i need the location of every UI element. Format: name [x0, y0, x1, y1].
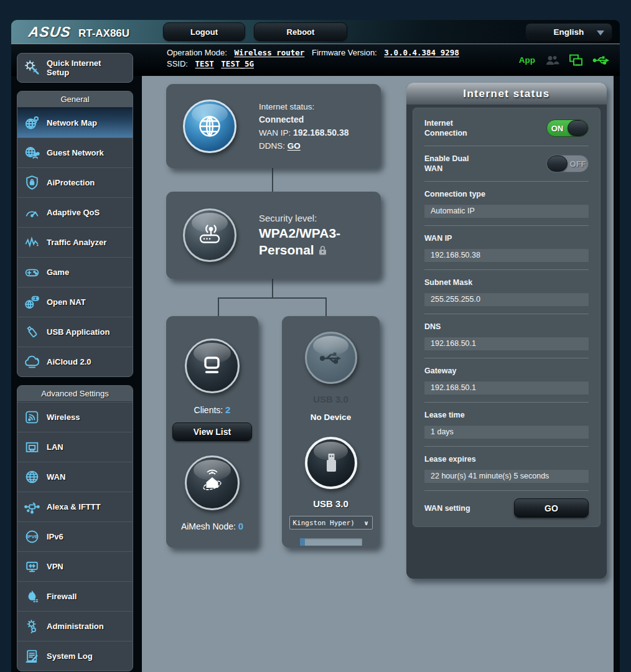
clients-monitor-icon[interactable] — [185, 338, 240, 393]
sidebar-item-label: Traffic Analyzer — [47, 238, 106, 247]
app-window: ASUS RT-AX86U Logout Reboot English Oper… — [11, 20, 620, 672]
sidebar-item-label: Alexa & IFTTT — [47, 502, 101, 511]
connector-line — [272, 168, 273, 192]
sidebar-item-quick-internet-setup[interactable]: Quick InternetSetup — [17, 53, 133, 83]
reboot-button[interactable]: Reboot — [254, 22, 347, 41]
sidebar-item-open-nat[interactable]: Open NAT — [17, 287, 133, 317]
wan-setting-go-button[interactable]: GO — [514, 498, 589, 518]
security-level-label: Security level: — [259, 212, 340, 225]
globe-icon — [183, 100, 236, 153]
toggle-knob — [568, 120, 588, 136]
sidebar-item-firewall[interactable]: Firewall — [17, 581, 133, 611]
gateway-value: 192.168.50.1 — [424, 381, 589, 394]
sidebar-item-game[interactable]: Game — [17, 257, 133, 287]
operation-mode-label: Operation Mode: — [167, 48, 227, 57]
sidebar-item-label: AiProtection — [47, 178, 95, 187]
aimesh-label: AiMesh Node: — [181, 521, 236, 531]
panel-field-label: InternetConnection — [424, 118, 467, 138]
sidebar-group-title: Advanced Settings — [17, 386, 133, 402]
wan-setting-label: WAN setting — [424, 503, 470, 513]
clients-group-icon[interactable] — [545, 54, 559, 67]
panel-divider — [424, 181, 589, 182]
toggle-state-label: ON — [547, 120, 568, 136]
app-link[interactable]: App — [519, 55, 535, 65]
brand: ASUS RT-AX86U — [29, 24, 154, 40]
ssid-link-24g[interactable]: TEST — [195, 59, 214, 68]
usb-port-icon — [305, 332, 357, 384]
clients-count: 2 — [225, 404, 230, 415]
asus-logo: ASUS — [27, 24, 72, 40]
panel-divider — [424, 402, 589, 403]
sidebar-item-label: WAN — [47, 472, 65, 482]
sidebar-item-guest-network[interactable]: Guest Network — [17, 138, 133, 167]
panel-row-internet-connection: InternetConnectionON — [424, 118, 589, 138]
ssid-link-5g[interactable]: TEST_5G — [221, 59, 254, 68]
svg-text:IPV6: IPV6 — [27, 534, 38, 539]
sidebar-item-ipv6[interactable]: IPV6IPv6 — [17, 521, 133, 551]
sidebar-item-adaptive-qos[interactable]: Adaptive QoS — [17, 197, 133, 227]
chevron-down-icon: ∨ — [363, 520, 368, 526]
sidebar-item-label: LAN — [47, 442, 63, 452]
administration-icon — [17, 618, 47, 635]
internet-connection-toggle[interactable]: ON — [546, 119, 589, 137]
usb-port-disabled-label: USB 3.0 — [313, 394, 348, 404]
panel-divider — [424, 446, 589, 447]
sidebar-item-label: Firewall — [47, 592, 77, 601]
screen-mirror-icon[interactable] — [569, 54, 583, 67]
adaptive-qos-icon — [17, 204, 47, 221]
sidebar-item-label: Network Map — [47, 118, 97, 128]
sidebar-item-administration[interactable]: Administration — [17, 611, 133, 641]
connector-line — [272, 279, 273, 297]
view-list-button[interactable]: View List — [172, 422, 252, 441]
sidebar-item-lan[interactable]: LAN — [17, 432, 133, 462]
ddns-go-link[interactable]: GO — [287, 141, 301, 151]
wan-ip-label: WAN IP: — [259, 128, 291, 138]
operation-mode-link[interactable]: Wireless router — [234, 48, 304, 57]
panel-divider — [424, 146, 589, 146]
sidebar-item-network-map[interactable]: Network Map — [17, 108, 133, 138]
sidebar-item-label: IPv6 — [47, 532, 63, 541]
connector-line — [218, 299, 219, 316]
usb-drive-icon[interactable] — [305, 437, 357, 489]
toggle-state-label: OFF — [568, 156, 588, 172]
usb-device-dropdown[interactable]: Kingston Hyper) ∨ — [289, 516, 373, 530]
sidebar-item-label: Administration — [47, 622, 104, 631]
sidebar-item-aicloud-2-0[interactable]: AiCloud 2.0 — [17, 347, 133, 376]
firmware-version-link[interactable]: 3.0.0.4.384_9298 — [384, 48, 459, 57]
panel-divider — [424, 269, 589, 270]
sidebar-item-aiprotection[interactable]: AiProtection — [17, 167, 133, 197]
usb-device-name: Kingston Hyper) — [293, 519, 355, 527]
panel-divider — [424, 490, 589, 491]
sidebar-item-vpn[interactable]: VPN — [17, 551, 133, 581]
language-dropdown[interactable]: English — [525, 23, 612, 41]
firewall-icon — [17, 588, 47, 605]
panel-divider — [424, 225, 589, 226]
sidebar-item-wan[interactable]: WAN — [17, 462, 133, 492]
panel-row-enable-dual-wan: Enable DualWANOFF — [424, 154, 589, 174]
alexa-ifttt-icon — [17, 498, 47, 515]
usb-port-label: USB 3.0 — [313, 498, 348, 509]
usb-usage-fill — [300, 538, 305, 546]
sidebar-item-alexa-ifttt[interactable]: Alexa & IFTTT — [17, 492, 133, 521]
sidebar-item-label: Game — [47, 268, 69, 277]
sidebar-item-system-log[interactable]: System Log — [17, 641, 133, 671]
sidebar-group-title: General — [17, 91, 133, 108]
traffic-analyzer-icon — [17, 234, 47, 251]
aimesh-icon[interactable] — [185, 455, 240, 510]
internet-status-card[interactable]: Internet status: Connected WAN IP: 192.1… — [166, 84, 381, 168]
enable-dual-wan-toggle[interactable]: OFF — [546, 155, 589, 172]
wan-ip-value: 192.168.50.38 — [293, 128, 349, 138]
sidebar-item-traffic-analyzer[interactable]: Traffic Analyzer — [17, 227, 133, 257]
sidebar-item-usb-application[interactable]: USB Application — [17, 317, 133, 347]
clients-label: Clients: — [194, 405, 223, 415]
ipv6-icon: IPV6 — [17, 528, 47, 545]
usb-status-icon[interactable] — [592, 54, 610, 67]
sidebar-item-wireless[interactable]: Wireless — [17, 402, 133, 432]
router-icon — [183, 208, 236, 262]
sidebar-group-general: GeneralNetwork MapGuest NetworkAiProtect… — [17, 91, 133, 377]
sidebar-item-label: VPN — [47, 562, 63, 571]
security-card[interactable]: Security level: WPA2/WPA3- Personal — [166, 192, 381, 279]
connector-line — [218, 297, 327, 299]
logout-button[interactable]: Logout — [163, 22, 245, 41]
panel-field-label: DNS — [424, 322, 589, 332]
